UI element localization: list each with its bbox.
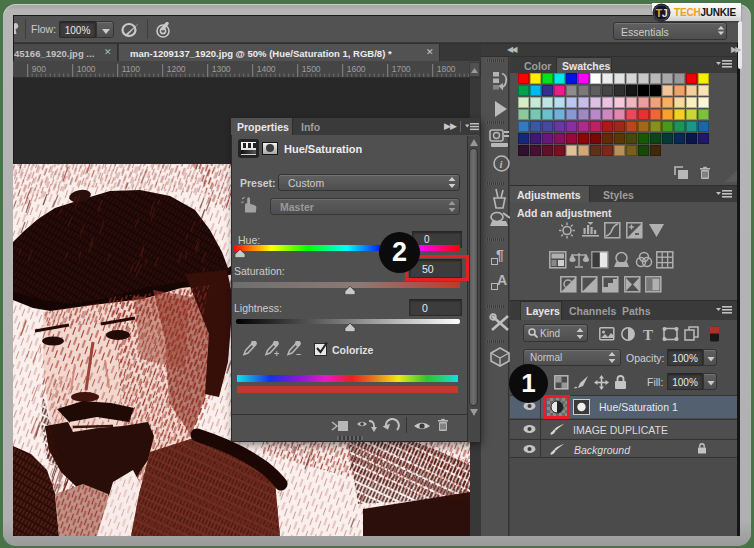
svg-text:T: T [643, 327, 653, 343]
svg-text:1100: 1100 [122, 64, 141, 74]
svg-text:1000: 1000 [77, 64, 96, 74]
svg-text:1300: 1300 [212, 64, 231, 74]
svg-text:1700: 1700 [392, 64, 411, 74]
svg-text:1600: 1600 [347, 64, 366, 74]
svg-text:1400: 1400 [257, 64, 276, 74]
svg-text:1200: 1200 [167, 64, 186, 74]
svg-text:900: 900 [32, 64, 46, 74]
svg-text:–: – [296, 349, 301, 358]
svg-text:i: i [500, 158, 504, 170]
svg-text:J: J [662, 7, 668, 19]
svg-text:+: + [274, 349, 279, 358]
svg-text:1500: 1500 [302, 64, 321, 74]
svg-text:1800: 1800 [437, 64, 456, 74]
